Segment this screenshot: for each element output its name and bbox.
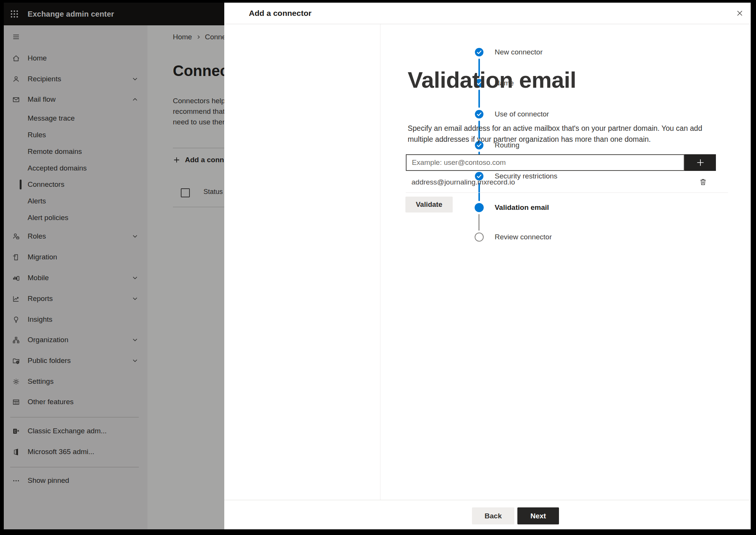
email-list-divider [406,192,728,193]
step-heading: Validation email [408,68,576,93]
validate-button[interactable]: Validate [405,197,453,212]
panel-footer: Back Next [224,500,751,529]
delete-email-button[interactable] [699,178,708,187]
trash-icon [699,178,708,187]
email-address: address@journaling.mxrecord.io [411,178,515,186]
plus-icon [695,158,705,167]
app-window: Exchange admin center Home Recipients [4,3,751,529]
panel-title: Add a connector [249,3,312,24]
validation-email-input[interactable] [406,154,685,171]
back-button[interactable]: Back [472,507,514,524]
step-description: Specify an email address for an active m… [408,123,718,144]
close-button[interactable] [734,8,745,19]
email-list-item: address@journaling.mxrecord.io [406,174,716,190]
next-button[interactable]: Next [517,507,559,524]
close-icon [736,9,744,17]
wizard-content: Validation email Specify an email addres… [380,24,751,500]
add-connector-panel: Add a connector New connector Name [224,3,751,529]
add-email-button[interactable] [685,154,716,171]
